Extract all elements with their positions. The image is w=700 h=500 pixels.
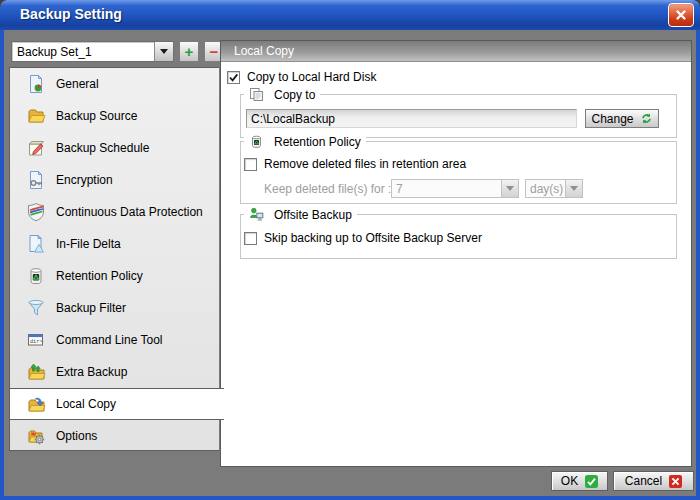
backup-setting-window: Backup Setting Backup Set_1 + − General … (0, 0, 700, 500)
keep-deleted-unit-dropdown-button (565, 180, 582, 197)
cancel-button-label: Cancel (625, 474, 662, 488)
copy-to-group: Copy to Change (240, 94, 677, 138)
keep-deleted-value-select: 7 (391, 179, 519, 198)
tab-backup-source[interactable]: Backup Source (10, 100, 219, 132)
checkmark-icon (228, 72, 239, 83)
copy-to-local-checkbox[interactable] (227, 71, 240, 84)
tab-label: Backup Schedule (56, 141, 149, 155)
change-button[interactable]: Change (585, 109, 659, 128)
console-window-icon: dir> (26, 330, 46, 350)
tab-label: Encryption (56, 173, 113, 187)
folder-copy-arrow-icon (26, 394, 46, 414)
panel-title: Local Copy (221, 41, 691, 62)
keep-deleted-label: Keep deleted file(s) for : (264, 182, 391, 196)
close-icon (675, 9, 687, 21)
keep-deleted-unit-select: day(s) (525, 179, 583, 198)
settings-tab-strip: General Backup Source Backup Schedule En… (9, 67, 219, 451)
backup-set-select[interactable]: Backup Set_1 (11, 41, 174, 62)
folder-up-arrows-icon (26, 362, 46, 382)
tab-encryption[interactable]: Encryption (10, 164, 219, 196)
chevron-down-icon (506, 186, 514, 191)
tab-backup-filter[interactable]: Backup Filter (10, 292, 219, 324)
ok-button-label: OK (561, 474, 578, 488)
tab-label: Extra Backup (56, 365, 127, 379)
tab-label: Options (56, 429, 97, 443)
tab-backup-schedule[interactable]: Backup Schedule (10, 132, 219, 164)
copy-to-local-label: Copy to Local Hard Disk (247, 70, 376, 84)
retention-policy-legend: Retention Policy (244, 134, 366, 149)
tab-command-line-tool[interactable]: dir> Command Line Tool (10, 324, 219, 356)
remove-deleted-checkbox[interactable] (244, 158, 257, 171)
offsite-backup-group: Offsite Backup Skip backing up to Offsit… (240, 214, 677, 259)
document-pie-icon (26, 74, 46, 94)
tab-label: In-File Delta (56, 237, 121, 251)
offsite-backup-legend: Offsite Backup (244, 207, 357, 222)
skip-offsite-label: Skip backing up to Offsite Backup Server (264, 231, 482, 245)
panel-content: Copy to Local Hard Disk Copy to Change (221, 63, 691, 466)
keep-deleted-value-dropdown-button (501, 180, 518, 197)
backup-set-selected-value: Backup Set_1 (12, 45, 154, 59)
tab-in-file-delta[interactable]: In-File Delta (10, 228, 219, 260)
tab-label: Continuous Data Protection (56, 205, 203, 219)
tab-label: Local Copy (56, 397, 116, 411)
ok-check-icon (585, 475, 598, 488)
tab-general[interactable]: General (10, 68, 219, 100)
local-backup-path-input[interactable] (246, 109, 577, 128)
retention-policy-group: Retention Policy Remove deleted files in… (240, 141, 677, 204)
skip-offsite-checkbox[interactable] (244, 232, 257, 245)
copy-to-legend: Copy to (244, 87, 320, 102)
keep-deleted-value: 7 (392, 182, 501, 196)
tab-label: Backup Filter (56, 301, 126, 315)
copy-pages-icon (249, 87, 264, 102)
tab-label: Retention Policy (56, 269, 143, 283)
add-backup-set-button[interactable]: + (179, 41, 199, 62)
cancel-x-icon (669, 475, 682, 488)
local-copy-panel: Local Copy Copy to Local Hard Disk Copy … (220, 40, 692, 467)
close-button[interactable] (668, 3, 694, 27)
change-button-label: Change (591, 112, 633, 126)
backup-set-dropdown-button[interactable] (154, 42, 173, 61)
tab-options[interactable]: Options (10, 420, 219, 452)
ok-button[interactable]: OK (551, 471, 608, 491)
copy-to-group-title: Copy to (274, 88, 315, 102)
recycle-bin-small-icon (249, 134, 264, 149)
chevron-down-icon (160, 49, 168, 54)
user-computer-icon (249, 207, 264, 222)
retention-policy-group-title: Retention Policy (274, 135, 361, 149)
remove-deleted-label: Remove deleted files in retention area (264, 157, 466, 171)
folder-open-icon (26, 106, 46, 126)
tab-retention-policy[interactable]: Retention Policy (10, 260, 219, 292)
shield-icon (26, 202, 46, 222)
folder-gear-icon (26, 426, 46, 446)
tab-extra-backup[interactable]: Extra Backup (10, 356, 219, 388)
tab-local-copy[interactable]: Local Copy (10, 388, 224, 420)
remove-deleted-checkbox-row[interactable]: Remove deleted files in retention area (244, 157, 466, 171)
window-title: Backup Setting (20, 6, 122, 22)
tab-continuous-data-protection[interactable]: Continuous Data Protection (10, 196, 219, 228)
tab-label: General (56, 77, 99, 91)
copy-to-local-checkbox-row[interactable]: Copy to Local Hard Disk (227, 70, 376, 84)
title-bar[interactable]: Backup Setting (0, 0, 700, 30)
document-key-icon (26, 170, 46, 190)
tab-label: Command Line Tool (56, 333, 163, 347)
tab-label: Backup Source (56, 109, 137, 123)
keep-deleted-unit: day(s) (526, 182, 565, 196)
notepad-pencil-icon (26, 138, 46, 158)
skip-offsite-checkbox-row[interactable]: Skip backing up to Offsite Backup Server (244, 231, 482, 245)
svg-text:dir>: dir> (30, 339, 42, 345)
funnel-icon (26, 298, 46, 318)
dialog-body: Backup Set_1 + − General Backup Source B… (0, 30, 700, 500)
recycle-bin-icon (26, 266, 46, 286)
document-delta-icon (26, 234, 46, 254)
cancel-button[interactable]: Cancel (613, 471, 694, 491)
offsite-backup-group-title: Offsite Backup (274, 208, 352, 222)
chevron-down-icon (570, 186, 578, 191)
refresh-icon (640, 112, 653, 125)
